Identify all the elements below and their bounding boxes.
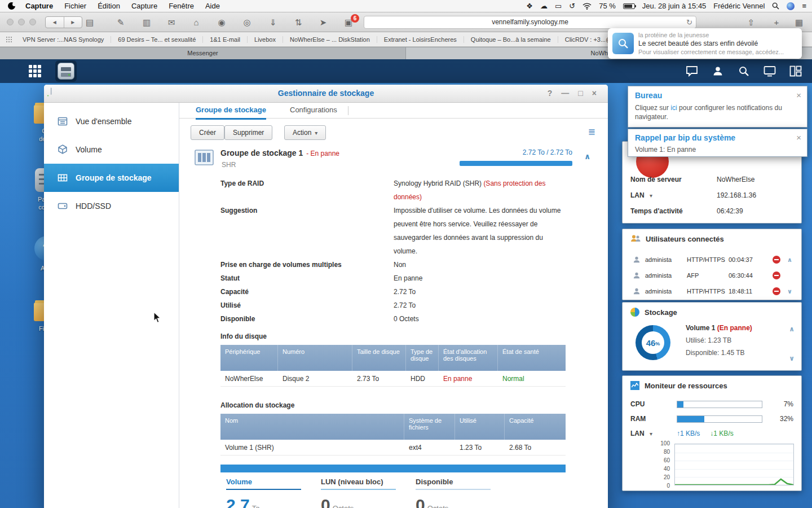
menu-user[interactable]: Frédéric Vennel (713, 2, 765, 10)
mail-icon[interactable]: ✉ (165, 16, 178, 29)
block-user-icon[interactable] (773, 287, 780, 295)
battery-icon (623, 3, 635, 9)
forward-button[interactable]: ▸ (64, 17, 82, 28)
minimize-window-button[interactable] (18, 19, 25, 25)
chat-icon[interactable] (685, 64, 699, 78)
siri-icon[interactable] (787, 2, 795, 10)
collapse-chevron-icon[interactable]: ∧ (584, 152, 590, 161)
new-tab-icon[interactable]: + (770, 16, 783, 29)
block-user-icon[interactable] (773, 271, 780, 279)
tab-configurations[interactable]: Configurations (290, 106, 337, 114)
address-bar[interactable]: vennelfamily.synology.me↻ (364, 16, 696, 29)
minimize-button[interactable]: — (561, 89, 569, 98)
lan-row: LAN ▾ ↑1 KB/s ↓1 KB/s (630, 429, 793, 438)
menu-app-name[interactable]: Capture (25, 2, 53, 10)
menu-aide[interactable]: Aide (205, 2, 220, 10)
user-row[interactable]: administa AFP 06:30:44 (623, 268, 801, 283)
bookmark-item[interactable]: VPN Server :...NAS Synology (16, 36, 111, 43)
close-icon[interactable]: × (796, 133, 801, 142)
spotlight-icon[interactable] (772, 2, 779, 10)
bottom-tab-lun[interactable]: LUN (niveau bloc) (321, 478, 396, 490)
menu-fenetre[interactable]: Fenêtre (169, 2, 194, 10)
apple-menu-icon[interactable] (8, 2, 15, 10)
search-icon[interactable] (736, 64, 751, 78)
extension-globe-icon[interactable]: ◉ (215, 16, 228, 29)
main-menu-icon[interactable] (28, 64, 42, 78)
bookmark-item[interactable]: Extranet - LoisirsEncheres (377, 36, 464, 43)
group-header[interactable]: Groupe de stockage 1- En panne SHR 2.72 … (179, 144, 608, 177)
chevron-up-icon[interactable]: ∧ (787, 256, 792, 264)
wifi-icon[interactable] (582, 3, 592, 10)
bookmark-item[interactable]: NoWherElse – ... DiskStation (283, 36, 377, 43)
help-button[interactable]: ? (548, 89, 553, 98)
bookmark-item[interactable]: Quitoque – Bo...à la semaine (464, 36, 558, 43)
block-user-icon[interactable] (773, 256, 780, 264)
tab-overview-icon[interactable]: ▦ (792, 16, 806, 29)
chevron-down-icon[interactable]: ∨ (789, 354, 795, 362)
menu-capture[interactable]: Capture (131, 2, 157, 10)
cloud-icon[interactable]: ☁ (540, 2, 548, 10)
back-button[interactable]: ◂ (46, 17, 64, 28)
menu-clock[interactable]: Jeu. 28 juin à 15:45 (642, 2, 706, 10)
download-icon[interactable]: ⇓ (266, 16, 280, 29)
taskbar-storage-manager-icon[interactable] (55, 60, 77, 82)
bottom-tab-available[interactable]: Disponible (416, 478, 491, 490)
dropbox-icon[interactable]: ❖ (526, 2, 533, 10)
bottom-tab-volume[interactable]: Volume (226, 478, 301, 490)
create-button[interactable]: Créer (191, 125, 224, 140)
push-notification[interactable]: la protéine de la jeunesse Le secret bea… (608, 28, 802, 59)
extension-badge-icon[interactable]: ▣6 (342, 16, 355, 29)
allocation-table-row[interactable]: Volume 1 (SHR) ext4 1.23 To 2.68 To (220, 440, 566, 456)
sidebar-item-hdd-ssd[interactable]: HDD/SSD (44, 192, 179, 220)
close-window-button[interactable] (7, 19, 14, 25)
print-icon[interactable]: ▥ (140, 16, 153, 29)
lan-label[interactable]: LAN ▾ (630, 191, 652, 199)
tab-messenger[interactable]: Messenger (0, 47, 406, 59)
widgets-icon[interactable] (788, 64, 803, 78)
configure-link[interactable]: ici (670, 104, 677, 112)
reload-icon[interactable]: ↻ (686, 16, 692, 28)
zoom-window-button[interactable] (29, 19, 36, 25)
group-status: - En panne (306, 150, 339, 157)
sidebar-item-storage-group[interactable]: Groupe de stockage (44, 164, 179, 192)
sidebar-icon[interactable]: ▤ (83, 16, 96, 29)
compose-icon[interactable]: ✎ (114, 16, 127, 29)
sidebar-item-overview[interactable]: Vue d'ensemble (44, 107, 179, 135)
bookmarks-grid-icon[interactable] (6, 36, 12, 43)
share-icon[interactable]: ⇧ (744, 16, 758, 29)
home-icon[interactable]: ⌂ (189, 16, 203, 29)
chevron-up-icon[interactable]: ∧ (789, 325, 795, 333)
user-icon (633, 256, 641, 264)
bookmark-item[interactable]: 1&1 E-mail (203, 36, 248, 43)
lan-dropdown[interactable]: LAN ▾ (630, 430, 677, 437)
user-icon[interactable] (710, 64, 725, 78)
group-usage-bar (460, 161, 572, 166)
menu-fichier[interactable]: Fichier (64, 2, 86, 10)
disk-table-row[interactable]: NoWherElse Disque 2 2.73 To HDD En panne… (220, 371, 566, 387)
user-row[interactable]: administa HTTP/HTTPS 00:04:37 ∧ (623, 252, 801, 268)
time-machine-icon[interactable]: ↺ (569, 2, 575, 10)
pilot-view-icon[interactable] (762, 64, 777, 78)
send-icon[interactable]: ➤ (316, 16, 330, 29)
notification-body: Volume 1: En panne (635, 145, 799, 154)
close-button[interactable]: × (592, 89, 597, 98)
delete-button[interactable]: Supprimer (224, 125, 272, 140)
menu-edition[interactable]: Édition (98, 2, 120, 10)
info-circle-icon[interactable]: ◎ (240, 16, 254, 29)
maximize-button[interactable]: □ (578, 89, 582, 98)
bookmark-item[interactable]: Livebox (248, 36, 283, 43)
bookmark-item[interactable]: 69 Desirs – Te... et sexualité (111, 36, 203, 43)
user-row[interactable]: administa HTTP/HTTPS 18:48:11 ∨ (623, 283, 801, 299)
window-title-bar[interactable]: Gestionnaire de stockage ? — □ × (44, 85, 608, 103)
suggestion-value: Impossible d'utiliser ce volume. Les don… (394, 204, 568, 258)
chevron-down-icon[interactable]: ∨ (787, 288, 792, 295)
notification-center-icon[interactable]: ≡ (802, 2, 806, 10)
sidebar-item-volume[interactable]: Volume (44, 135, 179, 164)
mouse-cursor (153, 312, 161, 323)
tab-storage-group[interactable]: Groupe de stockage (196, 106, 266, 120)
view-options-icon[interactable]: ≣ (588, 126, 595, 137)
updown-icon[interactable]: ⇅ (292, 16, 305, 29)
display-icon[interactable]: ▭ (555, 2, 562, 10)
action-button[interactable]: Action▾ (284, 125, 326, 140)
close-icon[interactable]: × (796, 91, 801, 99)
